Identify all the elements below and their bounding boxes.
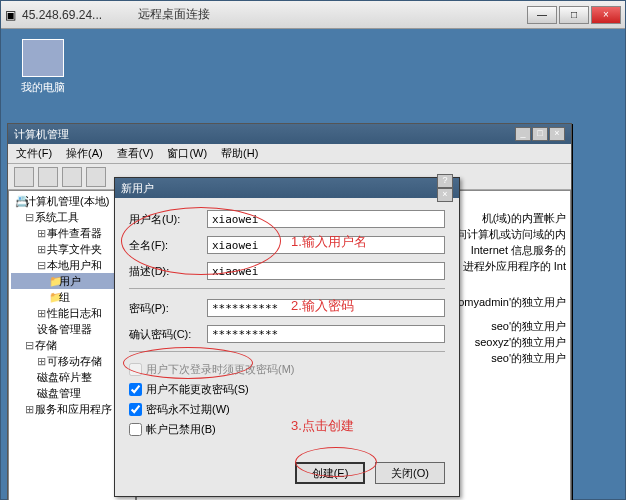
my-computer-label: 我的电脑 [13,80,73,95]
username-field[interactable] [207,210,445,228]
list-row[interactable]: seo'的独立用户 [491,351,566,366]
disabled-checkbox[interactable] [129,423,142,436]
dialog-title-text: 新用户 [121,181,154,196]
list-row[interactable]: 问计算机或访问域的内 [456,227,566,242]
up-button[interactable] [38,167,58,187]
refresh-button[interactable] [86,167,106,187]
must-change-checkbox [129,363,142,376]
back-button[interactable] [14,167,34,187]
props-button[interactable] [62,167,82,187]
dialog-help-button[interactable]: ? [437,174,453,188]
rdp-minimize-button[interactable]: — [527,6,557,24]
my-computer-icon[interactable]: 我的电脑 [13,39,73,95]
cmgmt-maximize-button[interactable]: □ [532,127,548,141]
rdp-app-title: 远程桌面连接 [138,6,210,23]
fullname-field[interactable] [207,236,445,254]
list-row[interactable]: omyadmin'的独立用户 [458,295,566,310]
new-user-dialog: 新用户 ? × 用户名(U): 全名(F): 描述(D): [114,177,460,497]
list-row[interactable]: Internet 信息服务的 [471,243,566,258]
cmgmt-minimize-button[interactable]: _ [515,127,531,141]
cmgmt-title-text: 计算机管理 [14,127,69,142]
cmgmt-close-button[interactable]: × [549,127,565,141]
create-button[interactable]: 创建(E) [295,462,365,484]
rdp-window: ▣ 45.248.69.24... 远程桌面连接 — □ × 我的电脑 计算机管… [0,0,626,500]
fullname-label: 全名(F): [129,238,207,253]
menu-help[interactable]: 帮助(H) [221,146,258,161]
computer-icon [22,39,64,77]
menubar: 文件(F) 操作(A) 查看(V) 窗口(W) 帮助(H) [8,144,571,164]
cannot-change-label: 用户不能更改密码(S) [146,382,249,397]
rdp-titlebar[interactable]: ▣ 45.248.69.24... 远程桌面连接 — □ × [1,1,625,29]
never-expire-checkbox[interactable] [129,403,142,416]
list-row[interactable]: seoxyz'的独立用户 [475,335,566,350]
rdp-close-button[interactable]: × [591,6,621,24]
list-row[interactable]: 进程外应用程序的 Int [463,259,566,274]
list-row[interactable]: seo'的独立用户 [491,319,566,334]
dialog-close-button[interactable]: × [437,188,453,202]
username-label: 用户名(U): [129,212,207,227]
never-expire-label: 密码永不过期(W) [146,402,230,417]
confirm-label: 确认密码(C): [129,327,207,342]
menu-window[interactable]: 窗口(W) [167,146,207,161]
terminal-icon: ▣ [5,8,16,22]
close-button[interactable]: 关闭(O) [375,462,445,484]
rdp-maximize-button[interactable]: □ [559,6,589,24]
cmgmt-titlebar[interactable]: 计算机管理 _ □ × [8,124,571,144]
confirm-password-field[interactable] [207,325,445,343]
disabled-label: 帐户已禁用(B) [146,422,216,437]
menu-view[interactable]: 查看(V) [117,146,154,161]
desc-label: 描述(D): [129,264,207,279]
menu-file[interactable]: 文件(F) [16,146,52,161]
list-row[interactable]: 机(域)的内置帐户 [482,211,566,226]
desc-field[interactable] [207,262,445,280]
must-change-label: 用户下次登录时须更改密码(M) [146,362,295,377]
password-field[interactable] [207,299,445,317]
rdp-ip: 45.248.69.24... [22,8,102,22]
menu-action[interactable]: 操作(A) [66,146,103,161]
dialog-titlebar[interactable]: 新用户 ? × [115,178,459,198]
cannot-change-checkbox[interactable] [129,383,142,396]
password-label: 密码(P): [129,301,207,316]
remote-desktop: 我的电脑 计算机管理 _ □ × 文件(F) 操作(A) 查看(V) 窗口(W)… [1,29,625,499]
